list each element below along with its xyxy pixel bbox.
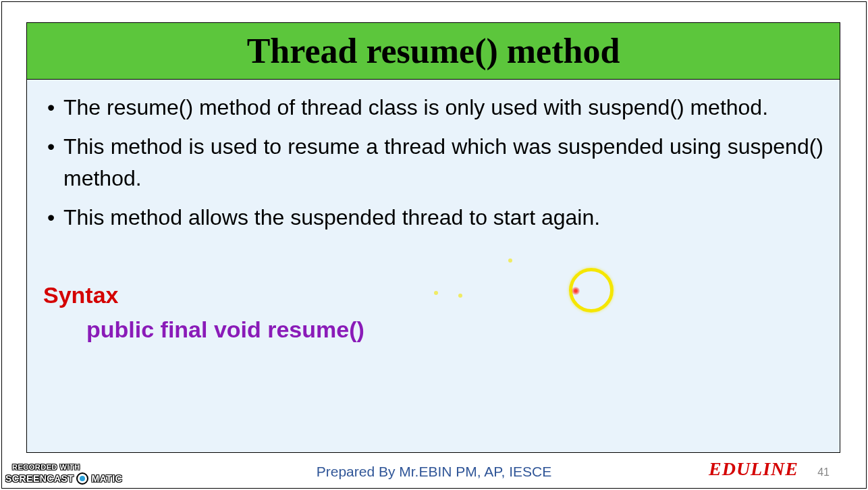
footer-page-number: 41 [817,466,830,479]
slide-body: The resume() method of thread class is o… [27,80,840,452]
bullet-item: This method allows the suspended thread … [43,202,823,233]
slide-frame: Thread resume() method The resume() meth… [26,22,840,453]
slide-footer: Prepared By Mr.EBIN PM, AP, IESCE EDULIN… [2,461,866,480]
syntax-heading: Syntax [43,282,823,308]
outer-frame: Thread resume() method The resume() meth… [1,1,867,489]
bullet-item: This method is used to resume a thread w… [43,131,823,194]
cursor-dot [572,287,580,295]
trail-speck [508,258,512,263]
slide-title: Thread resume() method [247,31,620,71]
trail-speck [434,291,438,295]
bullet-list: The resume() method of thread class is o… [43,92,823,234]
footer-brand: EDULINE [709,458,798,480]
footer-author: Prepared By Mr.EBIN PM, AP, IESCE [317,464,552,480]
slide-header: Thread resume() method [27,23,840,80]
trail-speck [458,294,462,298]
bullet-item: The resume() method of thread class is o… [43,92,823,123]
syntax-code: public final void resume() [43,317,823,343]
